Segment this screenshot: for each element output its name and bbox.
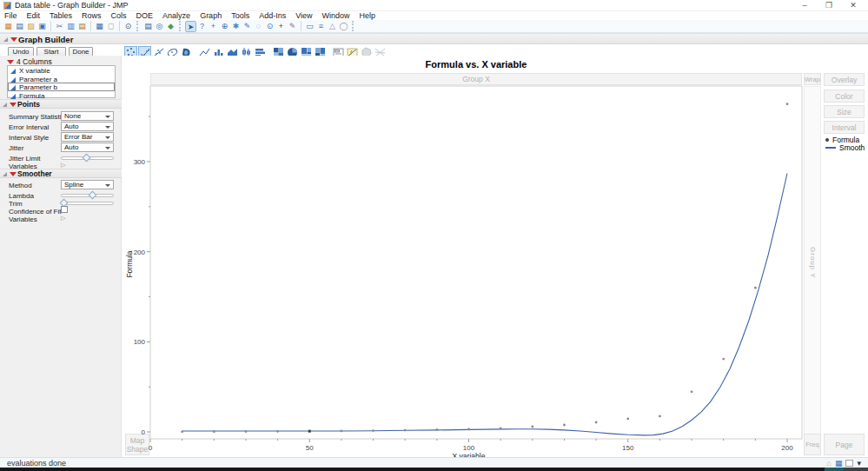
disclosure-icon[interactable]: ▷: [61, 215, 65, 222]
data-point: [563, 424, 566, 427]
menu-doe[interactable]: DOE: [136, 11, 154, 20]
data-point: [213, 430, 215, 433]
interval-style-select[interactable]: Error Bar: [61, 132, 114, 142]
data-point-selected: [308, 430, 311, 433]
help-icon[interactable]: ?: [196, 21, 208, 32]
menu-window[interactable]: Window: [322, 11, 350, 20]
menu-cols[interactable]: Cols: [111, 11, 127, 20]
menu-bar: File Edit Tables Rows Cols DOE Analyze G…: [0, 11, 868, 20]
close-button[interactable]: ✕: [842, 0, 865, 11]
smoother-panel-header[interactable]: Smoother: [0, 169, 122, 178]
open-icon[interactable]: ▨: [25, 21, 36, 32]
status-bar: evaluations done ⌂ ▦ ▾: [0, 457, 868, 468]
table-layout-icon[interactable]: ▦: [94, 21, 105, 32]
grabber-tool-icon[interactable]: ✱: [230, 21, 242, 32]
data-point: [786, 103, 789, 105]
app-icon: [3, 2, 11, 10]
window-state-box-icon[interactable]: [845, 460, 853, 467]
data-point: [691, 390, 693, 393]
save-icon[interactable]: ▣: [36, 21, 48, 32]
binoculars-icon[interactable]: ◎: [154, 21, 165, 32]
continuous-column-icon: [10, 94, 16, 99]
annotate-tool-icon[interactable]: ✎: [287, 21, 298, 32]
lock-icon[interactable]: ◻: [105, 21, 116, 32]
method-row: Method Spline: [9, 181, 118, 190]
data-point: [754, 287, 757, 289]
paste-icon[interactable]: ▤: [76, 21, 88, 32]
tile-window-icon[interactable]: ▭: [304, 21, 315, 32]
slider-thumb[interactable]: [83, 154, 91, 163]
journal-icon[interactable]: ▤: [142, 21, 154, 32]
data-filter-icon[interactable]: ◆: [165, 21, 176, 32]
menu-graph[interactable]: Graph: [200, 11, 222, 20]
fit-tool-icon[interactable]: ⊕: [219, 21, 230, 32]
oval-annotation-icon[interactable]: ◯: [338, 21, 349, 32]
minimize-button[interactable]: –: [793, 0, 816, 11]
jitter-row: Jitter Auto: [9, 143, 118, 153]
menu-edit[interactable]: Edit: [27, 11, 41, 20]
columns-red-triangle-icon[interactable]: [7, 60, 14, 64]
smoother-red-triangle-icon[interactable]: [10, 172, 17, 176]
new-journal-icon[interactable]: ▤: [14, 21, 25, 32]
method-select[interactable]: Spline: [61, 180, 114, 189]
copy-icon[interactable]: ▥: [65, 21, 76, 32]
jitter-select[interactable]: Auto: [61, 143, 114, 152]
column-item-formula[interactable]: Formula: [8, 91, 115, 100]
confidence-of-fit-checkbox[interactable]: [61, 206, 68, 213]
brush-tool-icon[interactable]: ✎: [242, 21, 253, 32]
summary-statistic-row: Summary Statistic None: [9, 112, 118, 122]
menu-rows[interactable]: Rows: [82, 11, 102, 20]
data-point: [372, 429, 374, 432]
data-point: [722, 358, 725, 361]
menu-file[interactable]: File: [4, 11, 17, 20]
collapse-icon[interactable]: [3, 37, 8, 42]
data-point: [404, 429, 407, 432]
interval-style-row: Interval Style Error Bar: [9, 133, 118, 143]
points-panel-header[interactable]: Points: [0, 99, 122, 109]
column-item-x-variable[interactable]: X variable: [8, 66, 115, 75]
shape-annotation-icon[interactable]: △: [327, 21, 338, 32]
smoother-variables-row: Variables ▷: [9, 215, 118, 224]
disclosure-icon[interactable]: ▷: [61, 162, 65, 169]
summary-statistic-select[interactable]: None: [61, 111, 114, 121]
red-triangle-menu-icon[interactable]: [10, 37, 17, 42]
plot[interactable]: 0100200300050100150200X variableFormula: [122, 56, 868, 457]
lambda-slider[interactable]: [61, 194, 114, 197]
y-axis-title: Formula: [125, 250, 134, 277]
search-icon[interactable]: ⊙: [123, 21, 134, 32]
column-item-parameter-b[interactable]: Parameter b: [8, 83, 115, 91]
menu-tools[interactable]: Tools: [231, 11, 249, 20]
menu-addins[interactable]: Add-Ins: [259, 11, 286, 20]
jitter-limit-slider[interactable]: [61, 156, 114, 160]
new-data-table-icon[interactable]: ▦: [3, 21, 14, 32]
points-red-triangle-icon[interactable]: [10, 103, 17, 107]
menu-analyze[interactable]: Analyze: [162, 11, 190, 20]
continuous-column-icon: [10, 85, 16, 90]
collapse-icon[interactable]: [3, 103, 7, 107]
menu-help[interactable]: Help: [360, 11, 376, 20]
move-tool-icon[interactable]: +: [208, 21, 219, 32]
data-point: [276, 430, 279, 433]
x-tick-label: 0: [149, 444, 153, 452]
collapse-icon[interactable]: [3, 172, 7, 176]
magnifier-tool-icon[interactable]: ⊙: [264, 21, 275, 32]
y-tick-label: 100: [134, 338, 146, 346]
trim-slider[interactable]: [61, 202, 114, 205]
data-point: [595, 421, 598, 424]
slider-thumb[interactable]: [89, 191, 97, 200]
split-window-icon[interactable]: ≡: [315, 21, 327, 32]
x-tick-label: 50: [306, 444, 314, 452]
menu-tables[interactable]: Tables: [50, 11, 72, 20]
data-point: [245, 430, 248, 433]
cut-icon[interactable]: ✂: [54, 21, 65, 32]
error-interval-select[interactable]: Auto: [61, 122, 114, 131]
data-point: [531, 426, 533, 428]
crosshair-tool-icon[interactable]: +: [275, 21, 287, 32]
maximize-button[interactable]: ❐: [818, 0, 840, 11]
lasso-tool-icon[interactable]: ◌: [253, 21, 264, 32]
column-item-parameter-a[interactable]: Parameter a: [8, 75, 115, 83]
columns-list: X variable Parameter a Parameter b Formu…: [7, 65, 116, 98]
continuous-column-icon: [10, 69, 16, 74]
arrow-cursor-icon[interactable]: ➤: [185, 21, 196, 32]
menu-view[interactable]: View: [295, 11, 312, 20]
